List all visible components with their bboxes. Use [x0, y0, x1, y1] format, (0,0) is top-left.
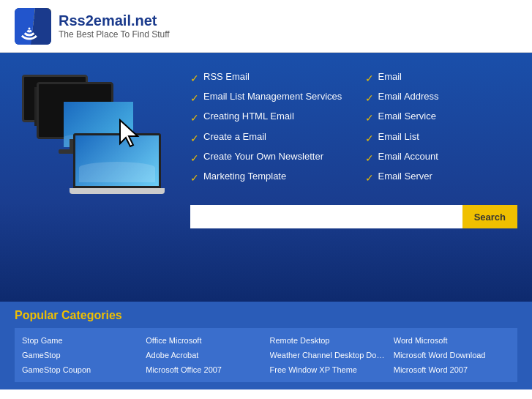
banner-inner: ✓ RSS Email ✓ Email List Management Serv… [15, 67, 517, 228]
feature-item: ✓ Email List Management Services [190, 91, 343, 105]
logo-icon: ⓘ [15, 8, 51, 45]
check-icon: ✓ [190, 92, 199, 105]
check-icon: ✓ [190, 152, 199, 165]
feature-label: Email Address [378, 91, 439, 103]
category-item[interactable]: Office Microsoft [146, 334, 262, 347]
category-item[interactable]: Microsoft Word Download [394, 348, 510, 362]
feature-item: ✓ RSS Email [190, 71, 343, 85]
category-item[interactable]: Remote Desktop [270, 334, 386, 347]
category-item[interactable]: Free Window XP Theme [270, 363, 386, 376]
check-icon: ✓ [190, 72, 199, 85]
feature-item: ✓ Email [365, 71, 518, 85]
check-icon: ✓ [365, 72, 374, 85]
logo-text: Rss2email.net The Best Place To Find Stu… [59, 12, 170, 40]
feature-item: ✓ Email List [365, 131, 518, 145]
feature-item: ✓ Creating HTML Email [190, 111, 343, 124]
search-button[interactable]: Search [462, 205, 517, 228]
check-icon: ✓ [190, 132, 199, 145]
feature-label: Marketing Template [203, 171, 286, 183]
feature-label: Email Account [378, 151, 438, 163]
search-input[interactable] [190, 205, 462, 228]
feature-label: RSS Email [203, 71, 250, 83]
device-illustration [15, 67, 176, 228]
check-icon: ✓ [365, 111, 374, 124]
category-item[interactable]: GameStop [22, 348, 138, 362]
category-item[interactable]: Weather Channel Desktop Download [270, 348, 386, 362]
features-col-1: ✓ RSS Email ✓ Email List Management Serv… [190, 71, 343, 190]
feature-label: Create a Email [203, 131, 266, 143]
check-icon: ✓ [190, 171, 199, 184]
feature-label: Email Service [378, 111, 436, 123]
check-icon: ✓ [365, 132, 374, 145]
check-icon: ✓ [365, 92, 374, 105]
category-item[interactable]: Adobe Acrobat [146, 348, 262, 362]
feature-item: ✓ Email Address [365, 91, 518, 105]
category-item[interactable]: Word Microsoft [394, 334, 510, 347]
features-col-2: ✓ Email ✓ Email Address ✓ Email Service … [365, 71, 518, 190]
feature-item: ✓ Email Server [365, 171, 518, 184]
monitor-main [37, 82, 113, 139]
feature-item: ✓ Marketing Template [190, 171, 343, 184]
laptop-base [70, 188, 165, 194]
features-columns: ✓ RSS Email ✓ Email List Management Serv… [190, 71, 517, 190]
category-item[interactable]: Stop Game [22, 334, 138, 347]
feature-item: ✓ Email Account [365, 151, 518, 165]
header: ⓘ Rss2email.net The Best Place To Find S… [0, 0, 532, 53]
feature-label: Email List [378, 131, 419, 143]
feature-item: ✓ Create a Email [190, 131, 343, 145]
feature-label: Email List Management Services [203, 91, 342, 103]
svg-point-5 [29, 27, 31, 29]
categories-section: Popular Categories Stop Game Office Micr… [0, 302, 532, 389]
check-icon: ✓ [365, 171, 374, 184]
check-icon: ✓ [190, 111, 199, 124]
check-icon: ✓ [365, 152, 374, 165]
categories-grid: Stop Game Office Microsoft Remote Deskto… [15, 328, 517, 382]
feature-item: ✓ Email Service [365, 111, 518, 124]
site-tagline: The Best Place To Find Stuff [59, 29, 170, 40]
search-area: Search [190, 205, 517, 228]
feature-label: Email Server [378, 171, 432, 183]
category-item[interactable]: Microsoft Word 2007 [394, 363, 510, 376]
feature-label: Creating HTML Email [203, 111, 294, 123]
categories-title: Popular Categories [15, 309, 517, 322]
cursor-icon [117, 119, 143, 154]
main-banner: ✓ RSS Email ✓ Email List Management Serv… [0, 53, 532, 302]
feature-label: Create Your Own Newsletter [203, 151, 323, 163]
category-item[interactable]: GameStop Coupon [22, 363, 138, 376]
category-item[interactable]: Microsoft Office 2007 [146, 363, 262, 376]
features-area: ✓ RSS Email ✓ Email List Management Serv… [190, 67, 517, 228]
feature-item: ✓ Create Your Own Newsletter [190, 151, 343, 165]
feature-label: Email [378, 71, 402, 83]
svg-marker-6 [120, 120, 138, 146]
site-name: Rss2email.net [59, 12, 170, 29]
